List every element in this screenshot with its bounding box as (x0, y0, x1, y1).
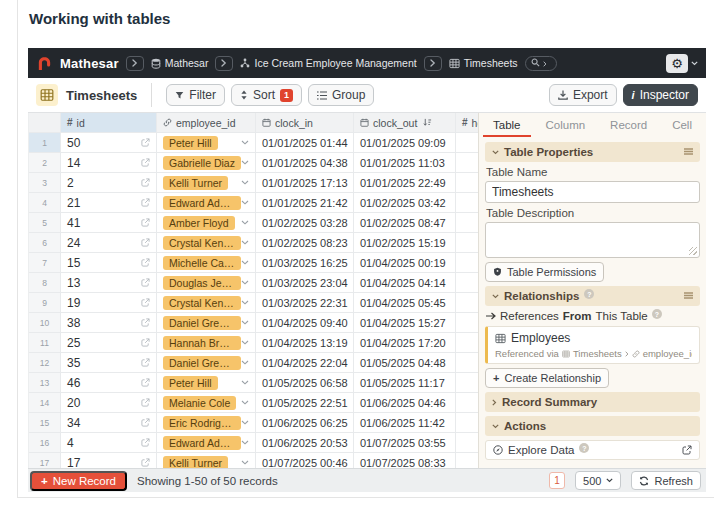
id-cell[interactable]: 13 (61, 273, 157, 292)
clock-out-cell[interactable]: 01/07/2025 03:55 (354, 433, 456, 452)
id-cell[interactable]: 34 (61, 413, 157, 432)
employee-cell[interactable]: Melanie Cole (157, 393, 256, 412)
column-header-id[interactable]: # id (61, 113, 157, 132)
table-row[interactable]: 1 50 Peter Hill 01/01/2025 01:44 01/01/2… (29, 133, 478, 153)
clock-out-cell[interactable]: 01/04/2025 17:20 (354, 333, 456, 352)
clock-in-cell[interactable]: 01/01/2025 21:42 (256, 193, 354, 212)
employee-cell[interactable]: Crystal Kennedy (157, 233, 256, 252)
row-number[interactable]: 15 (29, 413, 61, 432)
sort-button[interactable]: Sort 1 (231, 84, 302, 106)
id-cell[interactable]: 24 (61, 233, 157, 252)
employee-cell[interactable]: Amber Floyd (157, 213, 256, 232)
table-row[interactable]: 11 25 Hannah Brewer 01/04/2025 13:19 01/… (29, 333, 478, 353)
breadcrumb-schema[interactable]: Ice Cream Employee Management (240, 57, 416, 69)
clock-in-cell[interactable]: 01/03/2025 22:31 (256, 293, 354, 312)
chevron-right-icon[interactable] (215, 56, 233, 71)
row-number[interactable]: 7 (29, 253, 61, 272)
clock-in-cell[interactable]: 01/03/2025 16:25 (256, 253, 354, 272)
new-record-button[interactable]: + New Record (30, 471, 127, 491)
external-link-icon[interactable] (141, 338, 150, 347)
clock-in-cell[interactable]: 01/06/2025 06:25 (256, 413, 354, 432)
external-link-icon[interactable] (141, 438, 150, 447)
clock-out-cell[interactable]: 01/02/2025 15:19 (354, 233, 456, 252)
chevron-down-icon[interactable] (241, 280, 249, 285)
inspector-button[interactable]: i Inspector (623, 84, 698, 106)
row-number-header[interactable] (29, 113, 61, 132)
id-cell[interactable]: 35 (61, 353, 157, 372)
id-cell[interactable]: 19 (61, 293, 157, 312)
hours-cell[interactable] (456, 293, 478, 312)
table-row[interactable]: 17 17 Kelli Turner 01/07/2025 00:46 01/0… (29, 453, 478, 468)
export-button[interactable]: Export (549, 84, 617, 106)
table-row[interactable]: 3 2 Kelli Turner 01/01/2025 17:13 01/01/… (29, 173, 478, 193)
row-number[interactable]: 3 (29, 173, 61, 192)
clock-out-cell[interactable]: 01/02/2025 08:47 (354, 213, 456, 232)
chevron-down-icon[interactable] (691, 61, 698, 66)
external-link-icon[interactable] (141, 298, 150, 307)
employee-cell[interactable]: Gabrielle Diaz (157, 153, 256, 172)
clock-out-cell[interactable]: 01/02/2025 03:42 (354, 193, 456, 212)
column-header-employee-id[interactable]: employee_id (157, 113, 256, 132)
clock-out-cell[interactable]: 01/01/2025 22:49 (354, 173, 456, 192)
hours-cell[interactable] (456, 253, 478, 272)
hours-cell[interactable] (456, 393, 478, 412)
explore-data-action[interactable]: Explore Data ? (485, 440, 700, 460)
id-cell[interactable]: 14 (61, 153, 157, 172)
section-table-properties[interactable]: Table Properties (485, 142, 700, 162)
external-link-icon[interactable] (141, 398, 150, 407)
table-description-input[interactable] (485, 222, 700, 258)
employee-cell[interactable]: Peter Hill (157, 133, 256, 152)
employee-cell[interactable]: Douglas Jenkins (157, 273, 256, 292)
clock-out-cell[interactable]: 01/04/2025 00:19 (354, 253, 456, 272)
chevron-down-icon[interactable] (241, 320, 249, 325)
table-row[interactable]: 8 13 Douglas Jenkins 01/03/2025 23:04 01… (29, 273, 478, 293)
clock-in-cell[interactable]: 01/01/2025 01:44 (256, 133, 354, 152)
id-cell[interactable]: 41 (61, 213, 157, 232)
table-row[interactable]: 13 46 Peter Hill 01/05/2025 06:58 01/05/… (29, 373, 478, 393)
hours-cell[interactable] (456, 153, 478, 172)
hours-cell[interactable] (456, 333, 478, 352)
employee-cell[interactable]: Daniel Greene (157, 353, 256, 372)
table-row[interactable]: 9 19 Crystal Kennedy 01/03/2025 22:31 01… (29, 293, 478, 313)
clock-in-cell[interactable]: 01/05/2025 22:51 (256, 393, 354, 412)
table-row[interactable]: 12 35 Daniel Greene 01/04/2025 22:04 01/… (29, 353, 478, 373)
record-pill[interactable]: Kelli Turner (163, 456, 228, 469)
id-cell[interactable]: 46 (61, 373, 157, 392)
reference-card-employees[interactable]: Employees Referenced via Timesheets (485, 326, 700, 364)
hours-cell[interactable] (456, 133, 478, 152)
row-number[interactable]: 12 (29, 353, 61, 372)
resize-handle[interactable] (689, 247, 697, 255)
row-number[interactable]: 1 (29, 133, 61, 152)
table-row[interactable]: 2 14 Gabrielle Diaz 01/01/2025 04:38 01/… (29, 153, 478, 173)
record-pill[interactable]: Michelle Carter (163, 256, 241, 270)
hours-cell[interactable] (456, 433, 478, 452)
clock-in-cell[interactable]: 01/01/2025 17:13 (256, 173, 354, 192)
clock-in-cell[interactable]: 01/04/2025 09:40 (256, 313, 354, 332)
row-number[interactable]: 5 (29, 213, 61, 232)
employee-cell[interactable]: Kelli Turner (157, 453, 256, 468)
employee-cell[interactable]: Kelli Turner (157, 173, 256, 192)
row-number[interactable]: 2 (29, 153, 61, 172)
clock-in-cell[interactable]: 01/06/2025 20:53 (256, 433, 354, 452)
id-cell[interactable]: 15 (61, 253, 157, 272)
tab-record[interactable]: Record (600, 113, 657, 137)
row-number[interactable]: 14 (29, 393, 61, 412)
table-row[interactable]: 4 21 Edward Adams 01/01/2025 21:42 01/02… (29, 193, 478, 213)
clock-out-cell[interactable]: 01/04/2025 04:14 (354, 273, 456, 292)
refresh-button[interactable]: Refresh (631, 471, 701, 490)
employee-cell[interactable]: Edward Adams (157, 193, 256, 212)
tab-cell[interactable]: Cell (662, 113, 702, 137)
external-link-icon[interactable] (141, 278, 150, 287)
chevron-down-icon[interactable] (241, 140, 249, 145)
row-number[interactable]: 13 (29, 373, 61, 392)
employee-cell[interactable]: Edward Adams (157, 433, 256, 452)
chevron-right-icon[interactable] (126, 56, 144, 71)
clock-in-cell[interactable]: 01/04/2025 22:04 (256, 353, 354, 372)
external-link-icon[interactable] (141, 258, 150, 267)
employee-cell[interactable]: Crystal Kennedy (157, 293, 256, 312)
hours-cell[interactable] (456, 353, 478, 372)
clock-in-cell[interactable]: 01/02/2025 03:28 (256, 213, 354, 232)
employee-cell[interactable]: Peter Hill (157, 373, 256, 392)
clock-in-cell[interactable]: 01/02/2025 08:23 (256, 233, 354, 252)
table-row[interactable]: 14 20 Melanie Cole 01/05/2025 22:51 01/0… (29, 393, 478, 413)
